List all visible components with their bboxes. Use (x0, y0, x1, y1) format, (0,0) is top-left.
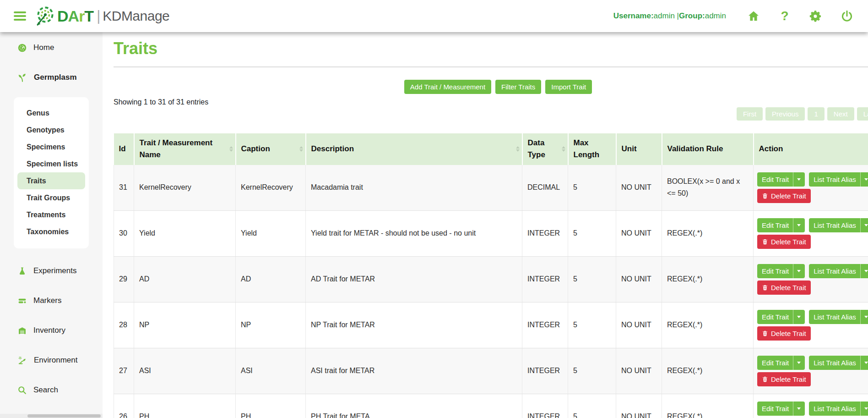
filter-traits-button[interactable]: Filter Traits (495, 80, 541, 94)
scrollbar-thumb[interactable] (27, 414, 101, 418)
environment-icon (17, 355, 27, 365)
pagination-last[interactable]: Last (857, 107, 868, 121)
pagination-first[interactable]: First (737, 107, 763, 121)
pagination-previous[interactable]: Previous (765, 107, 805, 121)
column-header-unit: Unit (616, 133, 662, 165)
cell-id: 31 (114, 165, 134, 211)
cell-action: Edit Trait List Trait Alias Delete Trait (754, 302, 868, 348)
sidebar-item-taxonomies[interactable]: Taxonomies (14, 223, 89, 240)
cell-caption: PH (236, 394, 306, 418)
chevron-down-icon[interactable] (793, 264, 805, 278)
pagination-next[interactable]: Next (827, 107, 854, 121)
chevron-down-icon[interactable] (793, 402, 805, 416)
entries-summary: Showing 1 to 31 of 31 entries (114, 98, 868, 106)
list-trait-alias-button[interactable]: List Trait Alias (809, 310, 868, 324)
sort-icon[interactable] (229, 146, 233, 152)
cell-data-type: INTEGER (522, 257, 568, 302)
sidebar-item-home[interactable]: Home (0, 40, 103, 55)
delete-trait-button[interactable]: Delete Trait (757, 189, 811, 203)
list-trait-alias-button[interactable]: List Trait Alias (809, 218, 868, 232)
cell-description: PH Trait for META (306, 394, 522, 418)
cell-data-type: INTEGER (522, 394, 568, 418)
trash-icon (762, 330, 768, 337)
chevron-down-icon[interactable] (793, 356, 805, 370)
brand-product-text: KDManage (103, 8, 169, 24)
cell-max-length: 5 (568, 394, 616, 418)
pagination: FirstPrevious1NextLast (114, 107, 868, 121)
delete-trait-button[interactable]: Delete Trait (757, 235, 811, 249)
cell-name: NP (134, 302, 236, 348)
menu-toggle-icon[interactable] (14, 11, 26, 21)
brand-link[interactable]: DArT | KDManage (34, 6, 169, 27)
column-header-id: Id (114, 133, 134, 165)
power-icon[interactable] (841, 10, 853, 22)
sidebar-item-genotypes[interactable]: Genotypes (14, 121, 89, 138)
pagination-1[interactable]: 1 (808, 107, 824, 121)
list-trait-alias-button[interactable]: List Trait Alias (809, 172, 868, 187)
add-trait-button[interactable]: Add Trait / Measurement (404, 80, 491, 94)
column-header-trait-measurement-name[interactable]: Trait / Measurement Name (134, 133, 236, 165)
settings-gear-icon[interactable] (809, 10, 822, 22)
cell-action: Edit Trait List Trait Alias Delete Trait (754, 257, 868, 302)
sidebar-item-search[interactable]: Search (0, 382, 103, 398)
delete-trait-button[interactable]: Delete Trait (757, 326, 811, 341)
edit-trait-button[interactable]: Edit Trait (757, 356, 805, 370)
delete-trait-button[interactable]: Delete Trait (757, 372, 811, 386)
sidebar-item-specimen-lists[interactable]: Specimen lists (14, 155, 89, 172)
cell-validation-rule: BOOLEX(x >= 0 and x <= 50) (662, 165, 754, 211)
chevron-down-icon[interactable] (860, 172, 868, 187)
sidebar-item-experiments[interactable]: Experiments (0, 263, 103, 279)
table-row: 29 AD AD AD Trait for METAR INTEGER 5 NO… (114, 257, 868, 302)
table-row: 28 NP NP NP Trait for METAR INTEGER 5 NO… (114, 302, 868, 348)
sort-icon[interactable] (516, 146, 520, 152)
trash-icon (762, 376, 768, 383)
inventory-icon (17, 326, 27, 336)
list-trait-alias-button[interactable]: List Trait Alias (809, 402, 868, 416)
cell-caption: NP (236, 302, 306, 348)
column-header-data-type[interactable]: Data Type (522, 133, 568, 165)
chevron-down-icon[interactable] (860, 356, 868, 370)
delete-trait-button[interactable]: Delete Trait (757, 280, 811, 295)
list-trait-alias-button[interactable]: List Trait Alias (809, 356, 868, 370)
sidebar-horizontal-scrollbar[interactable] (0, 414, 103, 418)
sort-icon[interactable] (562, 146, 565, 152)
sidebar-item-treatments[interactable]: Treatments (14, 206, 89, 223)
cell-unit: NO UNIT (616, 165, 662, 211)
chevron-down-icon[interactable] (793, 218, 805, 232)
edit-trait-button[interactable]: Edit Trait (757, 218, 805, 232)
sidebar-item-trait-groups[interactable]: Trait Groups (14, 189, 89, 206)
sidebar-item-germplasm[interactable]: Germplasm (0, 70, 103, 85)
column-header-caption[interactable]: Caption (236, 133, 306, 165)
list-trait-alias-button[interactable]: List Trait Alias (809, 264, 868, 278)
sidebar-item-environment[interactable]: Environment (0, 352, 103, 368)
home-icon[interactable] (747, 10, 760, 22)
edit-trait-button[interactable]: Edit Trait (757, 264, 805, 278)
column-header-description[interactable]: Description (306, 133, 522, 165)
edit-trait-button[interactable]: Edit Trait (757, 310, 805, 324)
cell-description: Macadamia trait (306, 165, 522, 211)
edit-trait-button[interactable]: Edit Trait (757, 402, 805, 416)
chevron-down-icon[interactable] (793, 310, 805, 324)
import-trait-button[interactable]: Import Trait (545, 80, 592, 94)
cell-name: Yield (134, 211, 236, 257)
sidebar-item-markers[interactable]: Markers (0, 293, 103, 308)
chevron-down-icon[interactable] (860, 402, 868, 416)
top-navbar: DArT | KDManage Username:admin |Group:ad… (0, 0, 868, 32)
sidebar-item-genus[interactable]: Genus (14, 104, 89, 121)
chevron-down-icon[interactable] (860, 310, 868, 324)
cell-caption: AD (236, 257, 306, 302)
edit-trait-button[interactable]: Edit Trait (757, 172, 805, 187)
table-row: 31 KernelRecovery KernelRecovery Macadam… (114, 165, 868, 211)
chevron-down-icon[interactable] (793, 172, 805, 187)
chevron-down-icon[interactable] (860, 264, 868, 278)
chevron-down-icon[interactable] (860, 218, 868, 232)
toolbar: Add Trait / Measurement Filter Traits Im… (114, 80, 868, 94)
sidebar-item-traits[interactable]: Traits (17, 172, 85, 189)
table-row: 26 PH PH PH Trait for META INTEGER 5 NO … (114, 394, 868, 418)
column-header-validation-rule: Validation Rule (662, 133, 754, 165)
help-icon[interactable]: ? (778, 10, 791, 22)
sort-icon[interactable] (299, 146, 303, 152)
sidebar-item-inventory[interactable]: Inventory (0, 323, 103, 338)
sidebar-item-specimens[interactable]: Specimens (14, 138, 89, 155)
cell-max-length: 5 (568, 348, 616, 394)
